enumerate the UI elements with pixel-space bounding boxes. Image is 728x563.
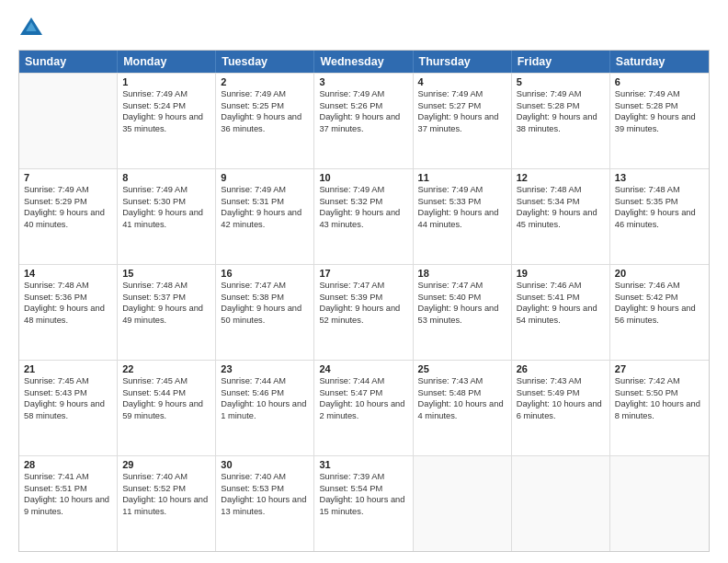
- sunset-text: Sunset: 5:50 PM: [615, 387, 704, 399]
- cal-header-saturday: Saturday: [610, 51, 709, 73]
- cal-cell: 19Sunrise: 7:46 AMSunset: 5:41 PMDayligh…: [512, 265, 610, 360]
- day-number: 29: [122, 459, 210, 470]
- cal-cell: [512, 456, 610, 551]
- sunset-text: Sunset: 5:44 PM: [122, 387, 210, 399]
- sunrise-text: Sunrise: 7:49 AM: [418, 88, 506, 100]
- day-number: 22: [122, 363, 210, 374]
- daylight-text: Daylight: 10 hours and 2 minutes.: [319, 398, 407, 421]
- daylight-text: Daylight: 9 hours and 37 minutes.: [418, 111, 506, 134]
- sunrise-text: Sunrise: 7:49 AM: [517, 88, 605, 100]
- cal-cell: 25Sunrise: 7:43 AMSunset: 5:48 PMDayligh…: [414, 361, 512, 455]
- sunrise-text: Sunrise: 7:40 AM: [221, 471, 309, 483]
- sunset-text: Sunset: 5:49 PM: [517, 387, 605, 399]
- cal-cell: 8Sunrise: 7:49 AMSunset: 5:30 PMDaylight…: [118, 169, 216, 264]
- sunrise-text: Sunrise: 7:45 AM: [24, 375, 112, 387]
- daylight-text: Daylight: 10 hours and 8 minutes.: [615, 398, 704, 421]
- sunset-text: Sunset: 5:54 PM: [319, 483, 407, 495]
- cal-cell: 28Sunrise: 7:41 AMSunset: 5:51 PMDayligh…: [19, 456, 118, 551]
- cal-cell: 20Sunrise: 7:46 AMSunset: 5:42 PMDayligh…: [610, 265, 709, 360]
- sunset-text: Sunset: 5:42 PM: [615, 292, 704, 304]
- sunrise-text: Sunrise: 7:48 AM: [122, 280, 210, 292]
- sunset-text: Sunset: 5:46 PM: [221, 387, 309, 399]
- cal-cell: 12Sunrise: 7:48 AMSunset: 5:34 PMDayligh…: [512, 169, 610, 264]
- cal-cell: 14Sunrise: 7:48 AMSunset: 5:36 PMDayligh…: [19, 265, 118, 360]
- sunset-text: Sunset: 5:43 PM: [24, 387, 112, 399]
- daylight-text: Daylight: 9 hours and 35 minutes.: [122, 111, 210, 134]
- cal-cell: 29Sunrise: 7:40 AMSunset: 5:52 PMDayligh…: [118, 456, 216, 551]
- sunset-text: Sunset: 5:48 PM: [418, 387, 506, 399]
- sunrise-text: Sunrise: 7:49 AM: [615, 88, 704, 100]
- cal-cell: 10Sunrise: 7:49 AMSunset: 5:32 PMDayligh…: [314, 169, 413, 264]
- cal-cell: 21Sunrise: 7:45 AMSunset: 5:43 PMDayligh…: [19, 361, 118, 455]
- day-number: 7: [24, 172, 112, 183]
- cal-header-wednesday: Wednesday: [314, 51, 413, 73]
- daylight-text: Daylight: 9 hours and 58 minutes.: [24, 398, 112, 421]
- cal-header-tuesday: Tuesday: [216, 51, 314, 73]
- day-number: 5: [517, 76, 605, 87]
- day-number: 26: [517, 363, 605, 374]
- daylight-text: Daylight: 9 hours and 50 minutes.: [221, 303, 309, 326]
- sunrise-text: Sunrise: 7:49 AM: [122, 184, 210, 196]
- cal-header-monday: Monday: [118, 51, 216, 73]
- daylight-text: Daylight: 10 hours and 15 minutes.: [319, 494, 407, 517]
- day-number: 28: [24, 459, 112, 470]
- day-number: 23: [221, 363, 309, 374]
- sunrise-text: Sunrise: 7:48 AM: [615, 184, 704, 196]
- daylight-text: Daylight: 9 hours and 53 minutes.: [418, 303, 506, 326]
- day-number: 19: [517, 268, 605, 279]
- cal-cell: 30Sunrise: 7:40 AMSunset: 5:53 PMDayligh…: [216, 456, 314, 551]
- cal-cell: 17Sunrise: 7:47 AMSunset: 5:39 PMDayligh…: [314, 265, 413, 360]
- sunrise-text: Sunrise: 7:49 AM: [319, 184, 407, 196]
- sunrise-text: Sunrise: 7:49 AM: [122, 88, 210, 100]
- sunrise-text: Sunrise: 7:48 AM: [24, 280, 112, 292]
- sunrise-text: Sunrise: 7:47 AM: [319, 280, 407, 292]
- day-number: 20: [615, 268, 704, 279]
- day-number: 25: [418, 363, 506, 374]
- cal-cell: 5Sunrise: 7:49 AMSunset: 5:28 PMDaylight…: [512, 74, 610, 168]
- daylight-text: Daylight: 9 hours and 59 minutes.: [122, 398, 210, 421]
- day-number: 15: [122, 268, 210, 279]
- day-number: 6: [615, 76, 704, 87]
- header: [18, 15, 710, 40]
- day-number: 8: [122, 172, 210, 183]
- day-number: 2: [221, 76, 309, 87]
- cal-cell: 13Sunrise: 7:48 AMSunset: 5:35 PMDayligh…: [610, 169, 709, 264]
- cal-cell: 2Sunrise: 7:49 AMSunset: 5:25 PMDaylight…: [216, 74, 314, 168]
- cal-week-4: 21Sunrise: 7:45 AMSunset: 5:43 PMDayligh…: [19, 360, 709, 455]
- cal-cell: 16Sunrise: 7:47 AMSunset: 5:38 PMDayligh…: [216, 265, 314, 360]
- sunrise-text: Sunrise: 7:49 AM: [24, 184, 112, 196]
- sunset-text: Sunset: 5:38 PM: [221, 292, 309, 304]
- sunset-text: Sunset: 5:28 PM: [517, 100, 605, 112]
- sunset-text: Sunset: 5:30 PM: [122, 196, 210, 208]
- sunset-text: Sunset: 5:32 PM: [319, 196, 407, 208]
- day-number: 24: [319, 363, 407, 374]
- cal-cell: 31Sunrise: 7:39 AMSunset: 5:54 PMDayligh…: [314, 456, 413, 551]
- cal-cell: 6Sunrise: 7:49 AMSunset: 5:28 PMDaylight…: [610, 74, 709, 168]
- sunrise-text: Sunrise: 7:43 AM: [517, 375, 605, 387]
- cal-header-sunday: Sunday: [19, 51, 118, 73]
- sunset-text: Sunset: 5:26 PM: [319, 100, 407, 112]
- daylight-text: Daylight: 10 hours and 9 minutes.: [24, 494, 112, 517]
- sunset-text: Sunset: 5:40 PM: [418, 292, 506, 304]
- sunrise-text: Sunrise: 7:44 AM: [319, 375, 407, 387]
- daylight-text: Daylight: 10 hours and 6 minutes.: [517, 398, 605, 421]
- cal-cell: 9Sunrise: 7:49 AMSunset: 5:31 PMDaylight…: [216, 169, 314, 264]
- cal-header-thursday: Thursday: [414, 51, 512, 73]
- cal-week-5: 28Sunrise: 7:41 AMSunset: 5:51 PMDayligh…: [19, 455, 709, 551]
- sunset-text: Sunset: 5:52 PM: [122, 483, 210, 495]
- sunset-text: Sunset: 5:27 PM: [418, 100, 506, 112]
- sunrise-text: Sunrise: 7:46 AM: [615, 280, 704, 292]
- daylight-text: Daylight: 9 hours and 49 minutes.: [122, 303, 210, 326]
- daylight-text: Daylight: 9 hours and 52 minutes.: [319, 303, 407, 326]
- daylight-text: Daylight: 10 hours and 11 minutes.: [122, 494, 210, 517]
- day-number: 9: [221, 172, 309, 183]
- sunrise-text: Sunrise: 7:49 AM: [418, 184, 506, 196]
- daylight-text: Daylight: 10 hours and 1 minute.: [221, 398, 309, 421]
- daylight-text: Daylight: 9 hours and 38 minutes.: [517, 111, 605, 134]
- cal-cell: [414, 456, 512, 551]
- daylight-text: Daylight: 9 hours and 45 minutes.: [517, 207, 605, 230]
- logo-icon: [18, 15, 44, 40]
- sunrise-text: Sunrise: 7:39 AM: [319, 471, 407, 483]
- day-number: 4: [418, 76, 506, 87]
- calendar-body: 1Sunrise: 7:49 AMSunset: 5:24 PMDaylight…: [19, 73, 709, 551]
